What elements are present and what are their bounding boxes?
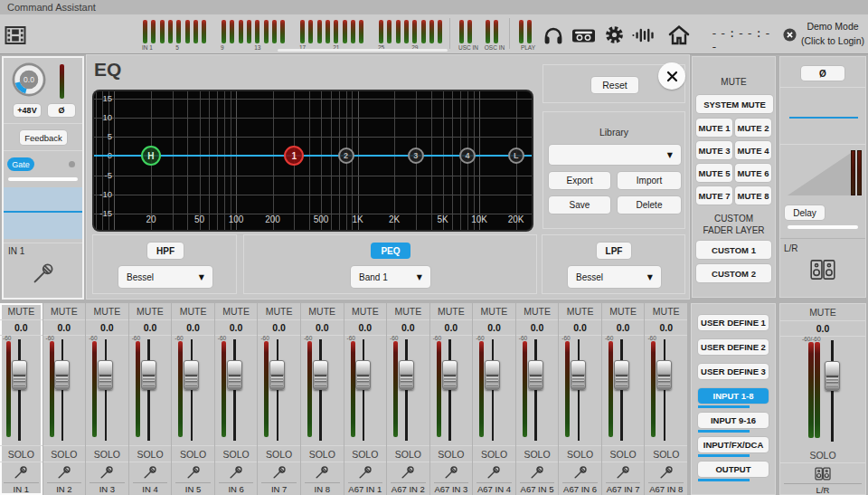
fader-handle[interactable] [141, 360, 156, 390]
fader-track[interactable] [664, 339, 666, 441]
layer-button-user-define-3[interactable]: USER DEFINE 3 [698, 364, 769, 379]
mute-group-button-3[interactable]: MUTE 3 [696, 141, 732, 159]
feedback-button[interactable]: Feedback [20, 130, 67, 145]
channel-strip[interactable]: MUTE 0.0 -60 SOLO IN 1 [0, 303, 42, 495]
channel-solo-button[interactable]: SOLO [172, 446, 214, 462]
channel-solo-button[interactable]: SOLO [430, 446, 473, 462]
fader-track[interactable] [405, 339, 408, 441]
library-select[interactable]: ▼ [549, 145, 681, 165]
channel-strip[interactable]: MUTE 0.0 -60 SOLO IN 8 [301, 303, 344, 495]
fader-track[interactable] [578, 339, 580, 441]
fader-track[interactable] [61, 339, 64, 441]
master-eq-thumbnail-curve[interactable] [789, 117, 858, 119]
fader-handle[interactable] [313, 360, 328, 390]
fader-track[interactable] [534, 339, 537, 441]
library-save-button[interactable]: Save [549, 196, 610, 214]
fader-handle[interactable] [485, 360, 500, 390]
channel-solo-button[interactable]: SOLO [559, 446, 601, 462]
eq-band-handle-1[interactable]: 1 [284, 146, 304, 166]
channel-solo-button[interactable]: SOLO [516, 446, 559, 462]
fader-track[interactable] [448, 339, 451, 441]
eq-thumbnail[interactable] [4, 187, 82, 239]
fader-track[interactable] [18, 339, 21, 441]
channel-solo-button[interactable]: SOLO [215, 446, 258, 462]
fader-track[interactable] [147, 339, 150, 441]
fader-handle[interactable] [442, 360, 458, 390]
hpf-button[interactable]: HPF [147, 243, 184, 259]
fader-handle[interactable] [54, 360, 70, 390]
channel-solo-button[interactable]: SOLO [258, 446, 300, 462]
fader-track[interactable] [105, 339, 108, 441]
channel-strip[interactable]: MUTE 0.0 -60 SOLO A67 IN 6 [559, 303, 601, 495]
channel-mute-button[interactable]: MUTE [344, 303, 387, 320]
master-mute-button[interactable]: MUTE [780, 304, 865, 321]
peq-button[interactable]: PEQ [371, 243, 410, 259]
fader-handle[interactable] [614, 360, 629, 390]
library-import-button[interactable]: Import [618, 172, 681, 189]
channel-solo-button[interactable]: SOLO [86, 446, 128, 462]
layer-button-user-define-1[interactable]: USER DEFINE 1 [698, 315, 769, 330]
fader-handle[interactable] [12, 360, 27, 390]
layer-button-input-fx-dca[interactable]: INPUT/FX/DCA [698, 437, 769, 452]
settings-gear-icon[interactable] [602, 23, 627, 47]
channel-mute-button[interactable]: MUTE [473, 303, 515, 320]
channel-strip[interactable]: MUTE 0.0 -60 SOLO A67 IN 1 [344, 303, 387, 495]
lpf-button[interactable]: LPF [597, 243, 631, 259]
fader-track[interactable] [363, 339, 365, 441]
fader-handle[interactable] [355, 360, 371, 390]
fader-handle[interactable] [269, 360, 285, 390]
fader-handle[interactable] [656, 360, 672, 390]
layer-button-input-9-16[interactable]: INPUT 9-16 [698, 413, 769, 428]
system-mute-button[interactable]: SYSTEM MUTE [696, 95, 773, 113]
gain-knob[interactable]: 0.0 [11, 62, 47, 101]
spectrum-icon[interactable] [631, 23, 656, 47]
scene-film-icon[interactable] [4, 23, 28, 47]
fader-handle[interactable] [528, 360, 543, 390]
channel-strip[interactable]: MUTE 0.0 -60 SOLO IN 7 [258, 303, 300, 495]
close-icon[interactable] [658, 62, 685, 90]
eq-band-handle-L[interactable]: L [508, 148, 524, 164]
eq-band-handle-3[interactable]: 3 [408, 148, 424, 164]
channel-mute-button[interactable]: MUTE [258, 303, 300, 320]
phantom-power-button[interactable]: +48V [14, 104, 41, 117]
mute-group-button-1[interactable]: MUTE 1 [696, 119, 732, 137]
channel-strip[interactable]: MUTE 0.0 -60 SOLO IN 2 [43, 303, 86, 495]
logout-icon[interactable] [783, 28, 797, 42]
eq-band-handle-H[interactable]: H [141, 146, 161, 166]
custom-layer-button-1[interactable]: CUSTOM 1 [696, 241, 771, 259]
recorder-icon[interactable] [571, 23, 596, 47]
master-strip[interactable]: MUTE 0.0 -60/-60 SOLO L/R [779, 303, 866, 495]
fader-handle[interactable] [399, 360, 414, 390]
channel-strip[interactable]: MUTE 0.0 -60 SOLO IN 4 [129, 303, 172, 495]
channel-solo-button[interactable]: SOLO [129, 446, 172, 462]
channel-mute-button[interactable]: MUTE [129, 303, 172, 320]
delay-slider[interactable] [788, 225, 858, 229]
fader-track[interactable] [277, 339, 279, 441]
mute-group-button-4[interactable]: MUTE 4 [735, 141, 771, 159]
hpf-type-select[interactable]: Bessel ▼ [118, 266, 212, 288]
channel-strip[interactable]: MUTE 0.0 -60 SOLO A67 IN 3 [430, 303, 473, 495]
mute-group-button-8[interactable]: MUTE 8 [735, 186, 771, 205]
delay-button[interactable]: Delay [785, 205, 825, 220]
channel-solo-button[interactable]: SOLO [301, 446, 344, 462]
master-curve-display[interactable] [788, 151, 851, 195]
fader-track[interactable] [492, 339, 495, 441]
channel-strip[interactable]: MUTE 0.0 -60 SOLO IN 6 [215, 303, 258, 495]
channel-strip[interactable]: MUTE 0.0 -60 SOLO A67 IN 7 [602, 303, 645, 495]
home-icon[interactable] [666, 23, 691, 47]
channel-strip[interactable]: MUTE 0.0 -60 SOLO A67 IN 8 [645, 303, 687, 495]
fader-track[interactable] [233, 339, 236, 441]
channel-mute-button[interactable]: MUTE [430, 303, 473, 320]
channel-strip[interactable]: MUTE 0.0 -60 SOLO IN 5 [172, 303, 214, 495]
fader-handle[interactable] [571, 360, 586, 390]
master-fader-handle[interactable] [825, 361, 840, 391]
mute-group-button-7[interactable]: MUTE 7 [696, 186, 732, 205]
channel-mute-button[interactable]: MUTE [86, 303, 128, 320]
channel-mute-button[interactable]: MUTE [0, 303, 42, 320]
fader-track[interactable] [620, 339, 623, 441]
lpf-type-select[interactable]: Bessel ▼ [568, 266, 661, 288]
master-phase-button[interactable]: Ø [801, 66, 844, 81]
channel-solo-button[interactable]: SOLO [43, 446, 86, 462]
channel-mute-button[interactable]: MUTE [215, 303, 258, 320]
custom-layer-button-2[interactable]: CUSTOM 2 [696, 264, 771, 282]
